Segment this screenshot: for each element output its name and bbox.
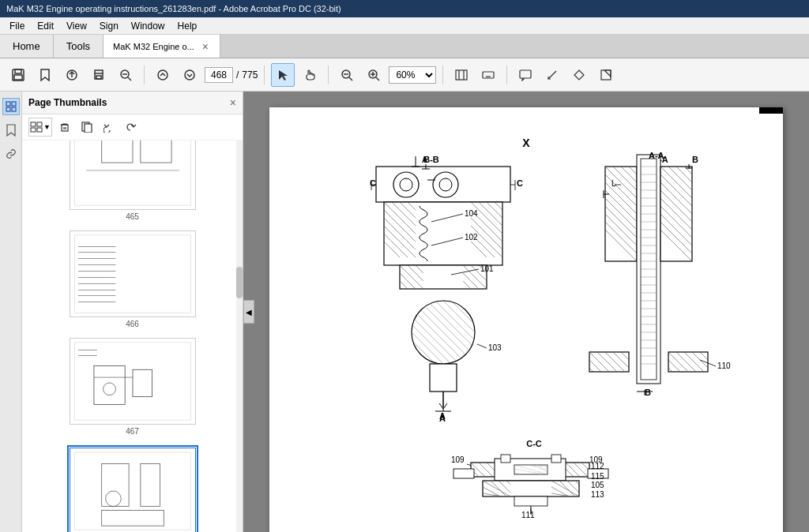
scrollbar-track	[236, 140, 243, 532]
page-view[interactable]: X B-B A-A C C	[243, 92, 809, 532]
scrollbar-thumb[interactable]	[236, 267, 243, 298]
share-button[interactable]	[594, 63, 618, 87]
svg-text:————————————: ————————————	[78, 268, 115, 272]
svg-line-16	[349, 77, 352, 81]
zoom-out-button[interactable]	[335, 63, 359, 87]
tab-tools[interactable]: Tools	[54, 35, 103, 58]
zoom-select[interactable]: 60% 75% 100% 125% 150%	[389, 66, 436, 84]
tab-home[interactable]: Home	[0, 35, 54, 58]
save-button[interactable]	[6, 63, 30, 87]
separator-2	[264, 66, 265, 84]
separator-4	[442, 66, 443, 84]
thumbnails-icon-button[interactable]	[2, 98, 20, 115]
svg-rect-2	[14, 75, 22, 80]
svg-text:————————————: ————————————	[78, 256, 115, 260]
thumbnail-page-number: 466	[126, 320, 139, 328]
separator-1	[144, 66, 145, 84]
thumbnail-size-button[interactable]: ▼	[28, 118, 52, 137]
svg-text:——————: ——————	[78, 347, 97, 351]
thumbnail-rotate-ccw-button[interactable]	[100, 118, 119, 137]
svg-text:————————————: ————————————	[78, 293, 115, 297]
cursor-tool-button[interactable]	[271, 63, 295, 87]
svg-text:————————————: ————————————	[78, 275, 115, 279]
svg-rect-7	[96, 76, 101, 79]
technical-drawing: X B-B A-A C C	[281, 123, 771, 532]
page-number-input[interactable]	[205, 67, 233, 83]
bookmarks-icon-button[interactable]	[2, 122, 20, 139]
page-up-button[interactable]	[151, 63, 175, 87]
svg-rect-41	[31, 128, 36, 132]
list-item[interactable]: ———————————— ———————————— ———————————— —…	[70, 230, 196, 328]
thumbnail-image	[70, 140, 196, 210]
title-bar: MaK M32 Engine operating instructions_26…	[0, 0, 809, 17]
page-down-button[interactable]	[178, 63, 201, 87]
fit-page-button[interactable]	[450, 63, 473, 87]
thumbnail-page-number: 465	[126, 212, 139, 221]
thumbnail-delete-button[interactable]	[55, 118, 74, 137]
list-item[interactable]: —————— —————— 467	[70, 338, 196, 436]
svg-text:A: A	[422, 155, 427, 164]
menu-edit[interactable]: Edit	[31, 19, 60, 33]
svg-text:102: 102	[465, 233, 478, 242]
thumbnail-toolbar: ▼	[22, 114, 243, 140]
thumbnail-close-button[interactable]: ×	[230, 96, 236, 109]
svg-rect-24	[483, 72, 494, 78]
svg-rect-265	[453, 469, 474, 478]
page-total: 775	[242, 69, 258, 81]
svg-text:110: 110	[717, 362, 731, 370]
svg-line-30	[548, 71, 556, 79]
svg-rect-36	[6, 107, 10, 111]
svg-text:X: X	[522, 137, 530, 149]
print-button[interactable]	[87, 63, 111, 87]
svg-text:————————————: ————————————	[78, 287, 115, 291]
svg-marker-3	[41, 69, 49, 81]
menu-window[interactable]: Window	[125, 19, 171, 33]
thumbnail-page-number: 467	[126, 427, 139, 436]
svg-text:101: 101	[480, 264, 494, 273]
tab-document[interactable]: MaK M32 Engine o... ×	[103, 35, 220, 58]
menu-bar: File Edit View Sign Window Help	[0, 17, 809, 35]
draw-button[interactable]	[540, 63, 564, 87]
svg-text:————————————: ————————————	[78, 299, 115, 303]
main-area: Page Thumbnails × ▼	[0, 92, 809, 532]
svg-marker-33	[604, 70, 611, 77]
comment-button[interactable]	[514, 63, 537, 87]
tab-document-label: MaK M32 Engine o...	[113, 42, 194, 51]
svg-rect-118	[400, 265, 487, 289]
svg-rect-93	[384, 202, 502, 265]
zoom-in-button[interactable]	[362, 63, 386, 87]
thumbnail-title: Page Thumbnails	[28, 97, 107, 108]
svg-text:105: 105	[591, 481, 604, 489]
hand-tool-button[interactable]	[298, 63, 322, 87]
svg-text:C: C	[517, 178, 523, 188]
thumbnail-panel: Page Thumbnails × ▼	[22, 92, 243, 532]
menu-file[interactable]: File	[3, 19, 31, 33]
svg-text:——————: ——————	[78, 353, 97, 357]
page-input-group: / 775	[205, 67, 258, 83]
svg-rect-39	[31, 122, 36, 126]
thumbnail-scroll-area[interactable]: 465 ———————————— ———————————— ——————————…	[22, 140, 243, 532]
list-item[interactable]: 468	[67, 445, 198, 532]
svg-rect-29	[520, 70, 531, 78]
svg-text:————————————: ————————————	[78, 244, 115, 248]
svg-point-12	[185, 70, 194, 80]
links-icon-button[interactable]	[2, 145, 20, 163]
keyboard-button[interactable]	[476, 63, 500, 87]
sidebar-icons	[0, 92, 22, 532]
svg-text:112: 112	[591, 462, 604, 470]
bookmark-button[interactable]	[33, 63, 57, 87]
menu-view[interactable]: View	[60, 19, 93, 33]
toolbar: / 775 60% 75% 100% 125% 150%	[0, 58, 809, 92]
svg-text:111: 111	[521, 511, 535, 519]
annotate-button[interactable]	[567, 63, 591, 87]
panel-collapse-button[interactable]: ◀	[243, 300, 254, 324]
thumbnail-extract-button[interactable]	[77, 118, 96, 137]
search-minus-button[interactable]	[114, 63, 137, 87]
thumbnail-rotate-cw-button[interactable]	[122, 118, 141, 137]
tab-close-button[interactable]: ×	[201, 40, 210, 53]
upload-button[interactable]	[60, 63, 84, 87]
tab-bar: Home Tools MaK M32 Engine o... ×	[0, 35, 809, 58]
list-item[interactable]: 465	[70, 140, 196, 221]
menu-help[interactable]: Help	[171, 19, 204, 33]
menu-sign[interactable]: Sign	[93, 19, 125, 33]
